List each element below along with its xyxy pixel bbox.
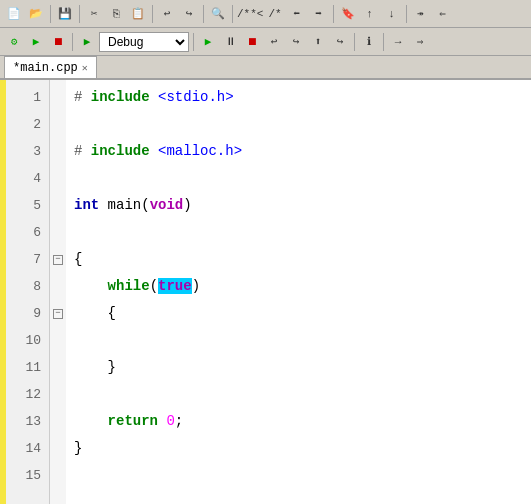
token-c-func: main [99, 197, 141, 213]
debug-info-icon[interactable]: ℹ [359, 32, 379, 52]
tab-close-icon[interactable]: ✕ [82, 62, 88, 74]
sep11 [383, 33, 384, 51]
token-c-hash: # [74, 89, 91, 105]
fold-cell[interactable]: − [50, 300, 66, 327]
redo-icon[interactable]: ↪ [179, 4, 199, 24]
build-icon[interactable]: ⚙ [4, 32, 24, 52]
arrow-r1-icon[interactable]: → [388, 32, 408, 52]
sep6 [333, 5, 334, 23]
token-c-while: while [108, 278, 150, 294]
line-number: 6 [6, 219, 49, 246]
token-c-plain [74, 278, 108, 294]
code-line [74, 327, 531, 354]
debug-go-icon[interactable]: ▶ [198, 32, 218, 52]
debug-next2-icon[interactable]: ↪ [330, 32, 350, 52]
debug-next-icon[interactable]: ↩ [264, 32, 284, 52]
token-c-brace: } [74, 440, 82, 456]
tab-main-cpp[interactable]: *main.cpp ✕ [4, 56, 97, 78]
token-c-plain [74, 359, 108, 375]
token-c-plain: ( [141, 197, 149, 213]
token-c-keyword-include: include [91, 143, 150, 159]
back-icon[interactable]: ⇐ [433, 4, 453, 24]
sep8 [72, 33, 73, 51]
fold-cell [50, 435, 66, 462]
debug-config-select[interactable]: Debug [99, 32, 189, 52]
tab-label: *main.cpp [13, 61, 78, 75]
bookmark-icon[interactable]: 🔖 [338, 4, 358, 24]
fold-minus-icon[interactable]: − [53, 255, 63, 265]
fold-cell [50, 327, 66, 354]
code-line: { [74, 300, 531, 327]
token-c-brace: } [108, 359, 116, 375]
fold-cell [50, 219, 66, 246]
code-content[interactable]: # include <stdio.h># include <malloc.h>i… [66, 80, 531, 504]
arrow-right-icon[interactable]: ➡ [309, 4, 329, 24]
token-c-plain: ) [183, 197, 191, 213]
code-line: # include <malloc.h> [74, 138, 531, 165]
line-number: 7 [6, 246, 49, 273]
fold-cell [50, 138, 66, 165]
stop-icon[interactable]: ⏹ [48, 32, 68, 52]
fold-cell [50, 84, 66, 111]
line-number: 13 [6, 408, 49, 435]
copy-icon[interactable]: ⎘ [106, 4, 126, 24]
undo-icon[interactable]: ↩ [157, 4, 177, 24]
fold-minus-icon[interactable]: − [53, 309, 63, 319]
down-icon[interactable]: ↓ [382, 4, 402, 24]
token-c-string: <stdio.h> [150, 89, 234, 105]
jump-icon[interactable]: ↠ [411, 4, 431, 24]
open-icon[interactable]: 📂 [26, 4, 46, 24]
comment2-icon[interactable]: /* [265, 8, 284, 20]
line-numbers: 123456789101112131415 [6, 80, 50, 504]
arrow-r2-icon[interactable]: ⇒ [410, 32, 430, 52]
comment-icon[interactable]: /**< [237, 8, 263, 20]
debug-pause-icon[interactable]: ⏸ [220, 32, 240, 52]
sep5 [232, 5, 233, 23]
sep3 [152, 5, 153, 23]
up-icon[interactable]: ↑ [360, 4, 380, 24]
toolbar-1: 📄 📂 💾 ✂ ⎘ 📋 ↩ ↪ 🔍 /**< /* ⬅ ➡ 🔖 ↑ ↓ ↠ ⇐ [0, 0, 531, 28]
token-c-plain [74, 305, 108, 321]
token-c-hash: # [74, 143, 91, 159]
token-c-plain: ( [150, 278, 158, 294]
sep9 [193, 33, 194, 51]
sep1 [50, 5, 51, 23]
token-c-plain: ; [175, 413, 183, 429]
run-icon[interactable]: ▶ [26, 32, 46, 52]
line-number: 10 [6, 327, 49, 354]
line-number: 9 [6, 300, 49, 327]
line-number: 5 [6, 192, 49, 219]
debug-run-icon[interactable]: ▶ [77, 32, 97, 52]
code-line: return 0; [74, 408, 531, 435]
fold-cell [50, 408, 66, 435]
line-number: 11 [6, 354, 49, 381]
new-icon[interactable]: 📄 [4, 4, 24, 24]
debug-stop-icon[interactable]: ⏹ [242, 32, 262, 52]
fold-cell [50, 462, 66, 489]
token-c-brace: { [74, 251, 82, 267]
debug-out-icon[interactable]: ⬆ [308, 32, 328, 52]
token-c-param-type: void [150, 197, 184, 213]
line-number: 14 [6, 435, 49, 462]
code-line [74, 219, 531, 246]
fold-cell [50, 273, 66, 300]
sep4 [203, 5, 204, 23]
paste-icon[interactable]: 📋 [128, 4, 148, 24]
cut-icon[interactable]: ✂ [84, 4, 104, 24]
find-icon[interactable]: 🔍 [208, 4, 228, 24]
code-line [74, 111, 531, 138]
token-c-brace: { [108, 305, 116, 321]
debug-step-icon[interactable]: ↪ [286, 32, 306, 52]
toolbar-debug: ⚙ ▶ ⏹ ▶ Debug ▶ ⏸ ⏹ ↩ ↪ ⬆ ↪ ℹ → ⇒ [0, 28, 531, 56]
tab-bar: *main.cpp ✕ [0, 56, 531, 80]
fold-cell[interactable]: − [50, 246, 66, 273]
fold-column: −− [50, 80, 66, 504]
line-number: 15 [6, 462, 49, 489]
line-number: 12 [6, 381, 49, 408]
token-c-return: return [108, 413, 158, 429]
line-number: 1 [6, 84, 49, 111]
code-line: } [74, 354, 531, 381]
line-number: 4 [6, 165, 49, 192]
save-icon[interactable]: 💾 [55, 4, 75, 24]
arrow-left-icon[interactable]: ⬅ [287, 4, 307, 24]
